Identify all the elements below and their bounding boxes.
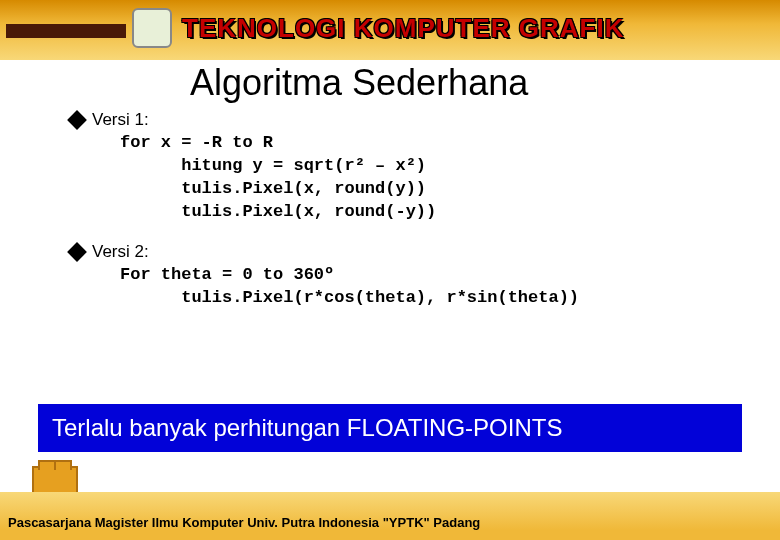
header-content: TEKNOLOGI KOMPUTER GRAFIK: [132, 8, 624, 48]
section-label-2: Versi 2:: [92, 242, 149, 262]
code-block-1: for x = -R to R hitung y = sqrt(r² – x²)…: [120, 132, 740, 224]
header-arrow-decoration: [6, 24, 126, 38]
highlight-box: Terlalu banyak perhitungan FLOATING-POIN…: [38, 404, 742, 452]
header-brand-title: TEKNOLOGI KOMPUTER GRAFIK: [182, 13, 624, 44]
highlight-text: Terlalu banyak perhitungan FLOATING-POIN…: [52, 414, 728, 442]
section-label-1: Versi 1:: [92, 110, 149, 130]
header-band: TEKNOLOGI KOMPUTER GRAFIK: [0, 0, 780, 60]
header-logo: [132, 8, 172, 48]
content-area: Versi 1: for x = -R to R hitung y = sqrt…: [70, 110, 740, 328]
bullet-row-versi-1: Versi 1:: [70, 110, 740, 130]
diamond-bullet-icon: [67, 242, 87, 262]
bullet-row-versi-2: Versi 2:: [70, 242, 740, 262]
footer-text: Pascasarjana Magister Ilmu Komputer Univ…: [8, 515, 480, 530]
code-block-2: For theta = 0 to 360º tulis.Pixel(r*cos(…: [120, 264, 740, 310]
footer-band: Pascasarjana Magister Ilmu Komputer Univ…: [0, 492, 780, 540]
page-title: Algoritma Sederhana: [190, 62, 528, 104]
diamond-bullet-icon: [67, 110, 87, 130]
